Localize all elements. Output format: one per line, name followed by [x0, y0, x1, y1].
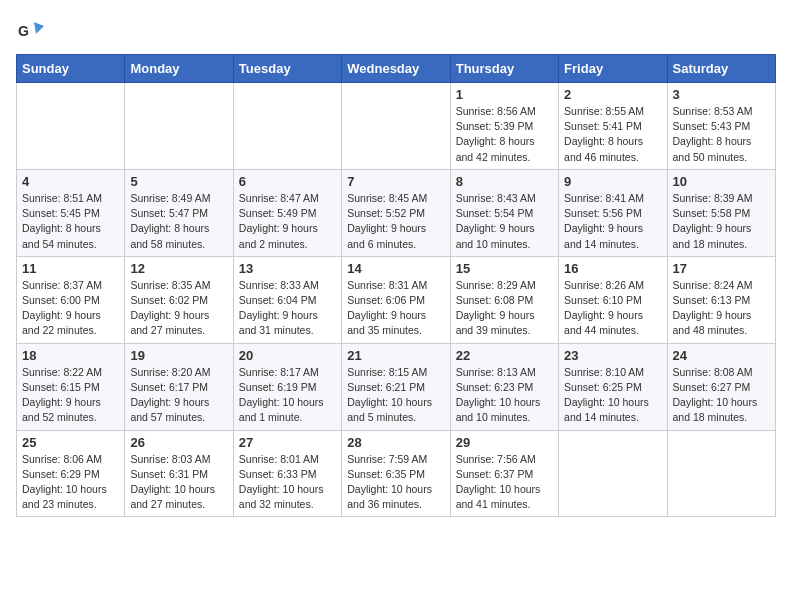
- day-info: Sunrise: 8:06 AM Sunset: 6:29 PM Dayligh…: [22, 452, 119, 513]
- calendar-cell: 18Sunrise: 8:22 AM Sunset: 6:15 PM Dayli…: [17, 343, 125, 430]
- day-number: 24: [673, 348, 770, 363]
- day-number: 19: [130, 348, 227, 363]
- calendar-cell: [342, 83, 450, 170]
- calendar-cell: 7Sunrise: 8:45 AM Sunset: 5:52 PM Daylig…: [342, 169, 450, 256]
- day-number: 13: [239, 261, 336, 276]
- day-number: 7: [347, 174, 444, 189]
- calendar-cell: 24Sunrise: 8:08 AM Sunset: 6:27 PM Dayli…: [667, 343, 775, 430]
- calendar-week-5: 25Sunrise: 8:06 AM Sunset: 6:29 PM Dayli…: [17, 430, 776, 517]
- calendar-cell: 13Sunrise: 8:33 AM Sunset: 6:04 PM Dayli…: [233, 256, 341, 343]
- day-info: Sunrise: 8:51 AM Sunset: 5:45 PM Dayligh…: [22, 191, 119, 252]
- calendar-cell: 12Sunrise: 8:35 AM Sunset: 6:02 PM Dayli…: [125, 256, 233, 343]
- calendar-cell: 2Sunrise: 8:55 AM Sunset: 5:41 PM Daylig…: [559, 83, 667, 170]
- day-info: Sunrise: 8:39 AM Sunset: 5:58 PM Dayligh…: [673, 191, 770, 252]
- day-number: 4: [22, 174, 119, 189]
- day-number: 15: [456, 261, 553, 276]
- col-header-friday: Friday: [559, 55, 667, 83]
- day-number: 23: [564, 348, 661, 363]
- day-info: Sunrise: 8:17 AM Sunset: 6:19 PM Dayligh…: [239, 365, 336, 426]
- calendar-cell: [233, 83, 341, 170]
- calendar-table: SundayMondayTuesdayWednesdayThursdayFrid…: [16, 54, 776, 517]
- calendar-cell: 17Sunrise: 8:24 AM Sunset: 6:13 PM Dayli…: [667, 256, 775, 343]
- day-info: Sunrise: 8:55 AM Sunset: 5:41 PM Dayligh…: [564, 104, 661, 165]
- calendar-week-2: 4Sunrise: 8:51 AM Sunset: 5:45 PM Daylig…: [17, 169, 776, 256]
- day-info: Sunrise: 8:24 AM Sunset: 6:13 PM Dayligh…: [673, 278, 770, 339]
- day-info: Sunrise: 8:35 AM Sunset: 6:02 PM Dayligh…: [130, 278, 227, 339]
- col-header-tuesday: Tuesday: [233, 55, 341, 83]
- calendar-cell: 11Sunrise: 8:37 AM Sunset: 6:00 PM Dayli…: [17, 256, 125, 343]
- day-info: Sunrise: 8:01 AM Sunset: 6:33 PM Dayligh…: [239, 452, 336, 513]
- day-info: Sunrise: 8:26 AM Sunset: 6:10 PM Dayligh…: [564, 278, 661, 339]
- col-header-sunday: Sunday: [17, 55, 125, 83]
- calendar-cell: 21Sunrise: 8:15 AM Sunset: 6:21 PM Dayli…: [342, 343, 450, 430]
- day-number: 5: [130, 174, 227, 189]
- day-info: Sunrise: 8:03 AM Sunset: 6:31 PM Dayligh…: [130, 452, 227, 513]
- col-header-wednesday: Wednesday: [342, 55, 450, 83]
- svg-text:G: G: [18, 23, 29, 39]
- day-info: Sunrise: 8:43 AM Sunset: 5:54 PM Dayligh…: [456, 191, 553, 252]
- col-header-thursday: Thursday: [450, 55, 558, 83]
- calendar-cell: 26Sunrise: 8:03 AM Sunset: 6:31 PM Dayli…: [125, 430, 233, 517]
- logo-icon: G: [16, 16, 44, 44]
- calendar-week-4: 18Sunrise: 8:22 AM Sunset: 6:15 PM Dayli…: [17, 343, 776, 430]
- day-info: Sunrise: 8:29 AM Sunset: 6:08 PM Dayligh…: [456, 278, 553, 339]
- day-info: Sunrise: 8:15 AM Sunset: 6:21 PM Dayligh…: [347, 365, 444, 426]
- day-info: Sunrise: 7:56 AM Sunset: 6:37 PM Dayligh…: [456, 452, 553, 513]
- day-info: Sunrise: 8:37 AM Sunset: 6:00 PM Dayligh…: [22, 278, 119, 339]
- logo: G: [16, 16, 48, 44]
- calendar-cell: 6Sunrise: 8:47 AM Sunset: 5:49 PM Daylig…: [233, 169, 341, 256]
- day-number: 25: [22, 435, 119, 450]
- calendar-cell: 27Sunrise: 8:01 AM Sunset: 6:33 PM Dayli…: [233, 430, 341, 517]
- calendar-cell: 10Sunrise: 8:39 AM Sunset: 5:58 PM Dayli…: [667, 169, 775, 256]
- day-number: 8: [456, 174, 553, 189]
- day-number: 16: [564, 261, 661, 276]
- col-header-monday: Monday: [125, 55, 233, 83]
- day-info: Sunrise: 8:13 AM Sunset: 6:23 PM Dayligh…: [456, 365, 553, 426]
- day-number: 21: [347, 348, 444, 363]
- day-info: Sunrise: 8:49 AM Sunset: 5:47 PM Dayligh…: [130, 191, 227, 252]
- day-number: 18: [22, 348, 119, 363]
- day-info: Sunrise: 8:33 AM Sunset: 6:04 PM Dayligh…: [239, 278, 336, 339]
- day-info: Sunrise: 8:08 AM Sunset: 6:27 PM Dayligh…: [673, 365, 770, 426]
- day-number: 6: [239, 174, 336, 189]
- col-header-saturday: Saturday: [667, 55, 775, 83]
- day-number: 27: [239, 435, 336, 450]
- day-number: 26: [130, 435, 227, 450]
- calendar-cell: 3Sunrise: 8:53 AM Sunset: 5:43 PM Daylig…: [667, 83, 775, 170]
- page-header: G: [16, 16, 776, 44]
- calendar-cell: 5Sunrise: 8:49 AM Sunset: 5:47 PM Daylig…: [125, 169, 233, 256]
- calendar-cell: 23Sunrise: 8:10 AM Sunset: 6:25 PM Dayli…: [559, 343, 667, 430]
- day-info: Sunrise: 7:59 AM Sunset: 6:35 PM Dayligh…: [347, 452, 444, 513]
- day-info: Sunrise: 8:53 AM Sunset: 5:43 PM Dayligh…: [673, 104, 770, 165]
- calendar-cell: 29Sunrise: 7:56 AM Sunset: 6:37 PM Dayli…: [450, 430, 558, 517]
- day-number: 28: [347, 435, 444, 450]
- day-info: Sunrise: 8:22 AM Sunset: 6:15 PM Dayligh…: [22, 365, 119, 426]
- calendar-week-1: 1Sunrise: 8:56 AM Sunset: 5:39 PM Daylig…: [17, 83, 776, 170]
- day-number: 17: [673, 261, 770, 276]
- day-info: Sunrise: 8:20 AM Sunset: 6:17 PM Dayligh…: [130, 365, 227, 426]
- day-info: Sunrise: 8:45 AM Sunset: 5:52 PM Dayligh…: [347, 191, 444, 252]
- calendar-cell: 14Sunrise: 8:31 AM Sunset: 6:06 PM Dayli…: [342, 256, 450, 343]
- calendar-cell: 1Sunrise: 8:56 AM Sunset: 5:39 PM Daylig…: [450, 83, 558, 170]
- day-info: Sunrise: 8:31 AM Sunset: 6:06 PM Dayligh…: [347, 278, 444, 339]
- calendar-cell: 19Sunrise: 8:20 AM Sunset: 6:17 PM Dayli…: [125, 343, 233, 430]
- day-number: 9: [564, 174, 661, 189]
- day-number: 20: [239, 348, 336, 363]
- calendar-cell: [559, 430, 667, 517]
- day-number: 10: [673, 174, 770, 189]
- day-number: 11: [22, 261, 119, 276]
- day-number: 3: [673, 87, 770, 102]
- calendar-week-3: 11Sunrise: 8:37 AM Sunset: 6:00 PM Dayli…: [17, 256, 776, 343]
- calendar-cell: 25Sunrise: 8:06 AM Sunset: 6:29 PM Dayli…: [17, 430, 125, 517]
- day-number: 14: [347, 261, 444, 276]
- day-number: 1: [456, 87, 553, 102]
- calendar-cell: 9Sunrise: 8:41 AM Sunset: 5:56 PM Daylig…: [559, 169, 667, 256]
- calendar-cell: 22Sunrise: 8:13 AM Sunset: 6:23 PM Dayli…: [450, 343, 558, 430]
- calendar-cell: [17, 83, 125, 170]
- day-number: 12: [130, 261, 227, 276]
- day-number: 29: [456, 435, 553, 450]
- day-info: Sunrise: 8:47 AM Sunset: 5:49 PM Dayligh…: [239, 191, 336, 252]
- calendar-cell: 16Sunrise: 8:26 AM Sunset: 6:10 PM Dayli…: [559, 256, 667, 343]
- calendar-cell: 8Sunrise: 8:43 AM Sunset: 5:54 PM Daylig…: [450, 169, 558, 256]
- calendar-cell: [667, 430, 775, 517]
